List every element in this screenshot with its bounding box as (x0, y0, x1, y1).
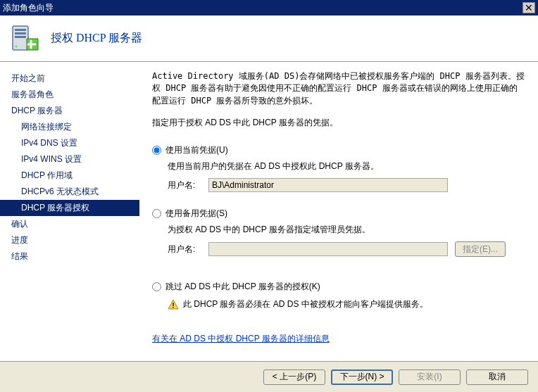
radio-use-current[interactable] (152, 146, 161, 155)
page-title: 授权 DHCP 服务器 (51, 31, 142, 46)
sidebar-item[interactable]: IPv4 DNS 设置 (0, 135, 139, 151)
cancel-button[interactable]: 取消 (466, 369, 528, 385)
content-area: 开始之前服务器角色DHCP 服务器网络连接绑定IPv4 DNS 设置IPv4 W… (0, 62, 538, 361)
option1-desc: 使用当前用户的凭据在 AD DS 中授权此 DHCP 服务器。 (152, 160, 525, 172)
svg-rect-6 (173, 307, 174, 308)
warning-icon (168, 299, 179, 310)
option-current-credentials: 使用当前凭据(U) 使用当前用户的凭据在 AD DS 中授权此 DHCP 服务器… (152, 144, 525, 192)
alternate-username-field (208, 242, 448, 256)
option-skip-authorization: 跳过 AD DS 中此 DHCP 服务器的授权(K) 此 DHCP 服务器必须在… (152, 281, 525, 310)
option-alternate-credentials: 使用备用凭据(S) 为授权 AD DS 中的 DHCP 服务器指定域管理员凭据。… (152, 208, 525, 257)
sidebar-item[interactable]: DHCP 服务器授权 (0, 200, 139, 216)
svg-rect-2 (15, 32, 26, 34)
username-label-1: 用户名: (168, 179, 201, 191)
next-button[interactable]: 下一步(N) > (331, 369, 393, 385)
sidebar-item[interactable]: 开始之前 (0, 70, 139, 87)
sidebar-item[interactable]: DHCP 服务器 (0, 103, 139, 119)
svg-point-4 (15, 45, 18, 47)
sidebar-item[interactable]: IPv4 WINS 设置 (0, 151, 139, 167)
svg-rect-3 (15, 36, 26, 38)
radio-skip-label: 跳过 AD DS 中此 DHCP 服务器的授权(K) (165, 281, 320, 293)
main-panel: Active Directory 域服务(AD DS)会存储网络中已被授权服务客… (139, 62, 538, 361)
sidebar-item[interactable]: DHCPv6 无状态模式 (0, 184, 139, 200)
svg-rect-1 (15, 29, 26, 31)
title-bar: 添加角色向导 ✕ (0, 0, 538, 15)
warning-text: 此 DHCP 服务器必须在 AD DS 中被授权才能向客户端提供服务。 (183, 298, 428, 310)
sidebar-item[interactable]: 服务器角色 (0, 87, 139, 103)
sidebar-item[interactable]: 结果 (0, 248, 139, 265)
wizard-sidebar: 开始之前服务器角色DHCP 服务器网络连接绑定IPv4 DNS 设置IPv4 W… (0, 62, 139, 361)
wizard-footer: < 上一步(P) 下一步(N) > 安装(I) 取消 (0, 361, 538, 392)
close-icon[interactable]: ✕ (523, 2, 535, 13)
radio-use-alternate-label: 使用备用凭据(S) (165, 208, 227, 220)
svg-rect-5 (173, 303, 174, 306)
sidebar-item[interactable]: DHCP 作用域 (0, 167, 139, 184)
intro-text: Active Directory 域服务(AD DS)会存储网络中已被授权服务客… (152, 70, 525, 107)
sidebar-item[interactable]: 进度 (0, 232, 139, 248)
prev-button[interactable]: < 上一步(P) (263, 369, 325, 385)
more-info-link[interactable]: 有关在 AD DS 中授权 DHCP 服务器的详细信息 (152, 334, 330, 343)
specify-button[interactable]: 指定(E)... (455, 241, 506, 257)
install-button[interactable]: 安装(I) (399, 369, 461, 385)
server-role-icon (10, 23, 41, 54)
current-username-field (208, 178, 448, 192)
radio-use-current-label: 使用当前凭据(U) (165, 144, 228, 156)
window-title: 添加角色向导 (3, 2, 54, 14)
instruction-text: 指定用于授权 AD DS 中此 DHCP 服务器的凭据。 (152, 117, 525, 129)
sidebar-item[interactable]: 网络连接绑定 (0, 119, 139, 135)
username-label-2: 用户名: (168, 244, 201, 255)
option2-desc: 为授权 AD DS 中的 DHCP 服务器指定域管理员凭据。 (152, 224, 525, 236)
radio-use-alternate[interactable] (152, 209, 161, 218)
sidebar-item[interactable]: 确认 (0, 216, 139, 232)
radio-skip[interactable] (152, 282, 161, 291)
wizard-header: 授权 DHCP 服务器 (0, 15, 538, 62)
